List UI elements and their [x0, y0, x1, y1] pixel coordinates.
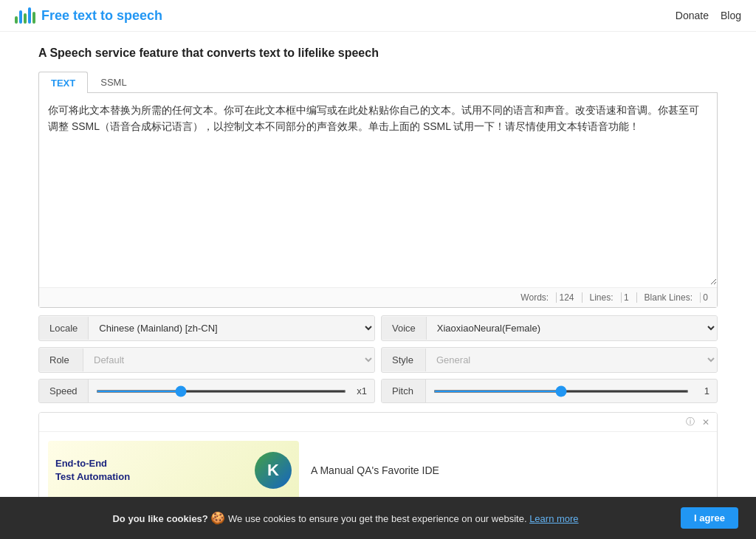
lines-stat: Lines: 1 — [590, 292, 637, 303]
page-subtitle: A Speech service feature that converts t… — [38, 47, 718, 60]
speed-label: Speed — [39, 380, 89, 402]
cookie-emoji: 🍪 — [210, 512, 225, 524]
ad-top-bar: ⓘ ✕ — [39, 413, 717, 432]
bar5 — [32, 12, 35, 24]
locale-label: Locale — [39, 317, 89, 340]
ad-body-text: A Manual QA's Favorite IDE — [311, 464, 439, 476]
pitch-value: 1 — [695, 385, 709, 396]
cookie-banner: Do you like cookies? 🍪 We use cookies to… — [0, 497, 756, 524]
learn-more-link[interactable]: Learn more — [529, 513, 578, 524]
speed-slider-wrap: x1 — [89, 385, 374, 396]
header: Free text to speech Donate Blog — [0, 0, 756, 32]
role-label: Role — [39, 349, 83, 371]
pitch-slider-wrap: 1 — [426, 385, 717, 396]
style-select[interactable]: General Happy Sad Angry — [426, 348, 717, 372]
tab-ssml[interactable]: SSML — [88, 72, 139, 92]
ad-close-button[interactable]: ✕ — [701, 416, 711, 428]
ad-headline: End-to-EndTest Automation — [55, 457, 247, 484]
pitch-control: Pitch 1 — [381, 379, 718, 403]
logo-icon — [15, 7, 35, 24]
speed-control: Speed x1 — [38, 379, 375, 403]
speed-value: x1 — [352, 385, 367, 396]
voice-control: Voice XiaoxiaoNeural(Female) XiaoyuNeura… — [381, 315, 718, 341]
cookie-text: Do you like cookies? 🍪 We use cookies to… — [18, 511, 673, 524]
textarea-container: Words: 124 Lines: 1 Blank Lines: 0 — [38, 93, 718, 308]
ad-logo: K — [255, 452, 292, 489]
donate-link[interactable]: Donate — [676, 10, 709, 21]
main-content: A Speech service feature that converts t… — [16, 32, 740, 524]
locale-select[interactable]: Chinese (Mainland) [zh-CN] English (US) … — [89, 316, 374, 340]
locale-control: Locale Chinese (Mainland) [zh-CN] Englis… — [38, 315, 375, 341]
text-input[interactable] — [39, 93, 717, 285]
textarea-stats: Words: 124 Lines: 1 Blank Lines: 0 — [39, 287, 717, 307]
bar4 — [28, 7, 31, 24]
bar1 — [15, 16, 18, 24]
pitch-label: Pitch — [382, 380, 426, 402]
role-control: Role Default Custom — [38, 347, 375, 373]
voice-select[interactable]: XiaoxiaoNeural(Female) XiaoyuNeural(Male… — [427, 316, 717, 340]
ad-logo-letter: K — [267, 461, 279, 480]
style-control: Style General Happy Sad Angry — [381, 347, 718, 373]
logo-title: Free text to speech — [41, 8, 162, 24]
cookie-question: Do you like cookies? — [112, 513, 207, 524]
voice-label: Voice — [382, 317, 427, 340]
cookie-message: We use cookies to ensure you get the bes… — [228, 513, 526, 524]
blank-lines-stat: Blank Lines: 0 — [645, 292, 708, 303]
role-select[interactable]: Default Custom — [83, 348, 374, 372]
ad-info-button[interactable]: ⓘ — [684, 416, 696, 428]
controls: Locale Chinese (Mainland) [zh-CN] Englis… — [38, 315, 718, 403]
ad-image: End-to-EndTest Automation K — [48, 441, 299, 500]
tab-text[interactable]: TEXT — [38, 72, 88, 93]
agree-button[interactable]: I agree — [681, 507, 738, 524]
header-nav: Donate Blog — [676, 10, 741, 21]
tabs: TEXT SSML — [38, 72, 718, 93]
logo: Free text to speech — [15, 7, 162, 24]
pitch-slider[interactable] — [433, 390, 689, 393]
speed-slider[interactable] — [96, 390, 346, 393]
bar3 — [24, 13, 27, 24]
words-stat: Words: 124 — [520, 292, 582, 303]
style-label: Style — [382, 349, 426, 371]
ad-banner: ⓘ ✕ End-to-EndTest Automation K A Manual… — [38, 412, 718, 509]
bar2 — [19, 10, 22, 24]
blog-link[interactable]: Blog — [721, 10, 741, 21]
